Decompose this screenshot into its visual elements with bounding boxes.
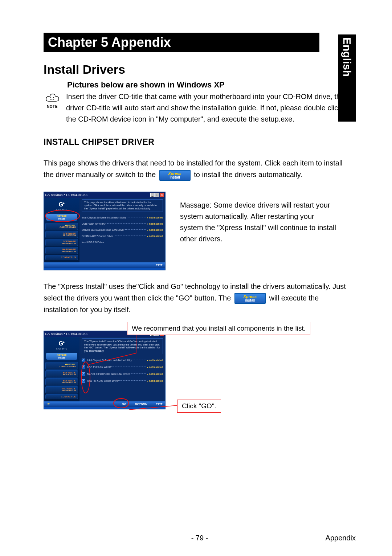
footer-section-name: Appendix: [326, 534, 356, 542]
callout-recommend: We recommend that you install all compon…: [127, 322, 310, 335]
xpress-sidebar2-l1: Xpress: [57, 353, 67, 356]
reverse-icon[interactable]: ⟲: [47, 402, 49, 406]
installer-description-2: The "Xpress Install" uses the "Click and…: [82, 338, 163, 354]
driver-row[interactable]: Intel Chipset Software Installation Util…: [82, 358, 163, 365]
checkbox-icon[interactable]: [82, 379, 85, 383]
sidebar-item[interactable]: HARDWAREINFORMATION: [45, 247, 78, 254]
driver-name: USB Patch for WinXP: [82, 222, 106, 225]
driver-status: not installed: [149, 235, 163, 237]
exit-button-2[interactable]: EXIT: [156, 402, 162, 406]
driver-row[interactable]: USB Patch for WinXP▸not installed: [82, 365, 163, 372]
window-title-1: GA-865/848P 1.0 B04.0102.1: [45, 193, 88, 197]
svg-point-0: [50, 97, 51, 98]
subheading-os: Pictures below are shown in Windows XP: [67, 80, 356, 90]
sidebar-item[interactable]: ▸INSTALLCHIPSET DRIVER: [45, 223, 78, 230]
driver-status: not installed: [149, 229, 163, 231]
exit-button-1[interactable]: EXIT: [156, 263, 162, 267]
installer-footer-strip-1: [44, 268, 165, 270]
driver-status: not installed: [149, 373, 163, 375]
sidebar-item[interactable]: SOFTWAREINFORMATION: [45, 378, 78, 385]
sidebar-item[interactable]: HARDWAREINFORMATION: [45, 386, 78, 393]
installer-bottom-bar-2: ⟲ GO RETURN EXIT: [44, 401, 165, 407]
paragraph-2: The "Xpress Install" uses the"Click and …: [44, 281, 348, 316]
xpress-sidebar-l1: Xpress: [57, 214, 67, 217]
gigabyte-logo-icon-2: G▸: [44, 338, 79, 348]
message-text: Massage: Some device drivers will restar…: [180, 200, 336, 245]
sidebar-item[interactable]: CONTACT US: [45, 394, 78, 400]
driver-row[interactable]: RealTek AC97 Codec Driver▸not installed: [82, 379, 163, 385]
arrow-icon: ▸: [147, 373, 148, 376]
window-title-2: GA-865/848P 1.0 B04.0102.1: [45, 332, 88, 336]
driver-name: Marvell 10/100/1000 Base LAN Driver: [87, 373, 130, 375]
svg-point-1: [53, 97, 54, 98]
page-number: - 79 -: [191, 534, 208, 542]
gigabyte-logo-text-2: GIGABYTE: [44, 348, 79, 350]
xpress-logo-sidebar-1: Xpress install: [46, 214, 77, 221]
paragraph-1: This page shows the drivers that need to…: [44, 157, 348, 181]
xpress-badge-line1: Xpress: [168, 171, 181, 176]
driver-status: not installed: [149, 222, 163, 225]
sidebar-item[interactable]: ▸INSTALLCHIPSET DRIVER: [45, 362, 78, 369]
driver-row[interactable]: RealTek AC97 Codec Driver▸not installed: [82, 234, 163, 240]
return-button[interactable]: RETURN: [135, 402, 147, 406]
driver-row[interactable]: Intel USB 2.0 Driver: [82, 240, 163, 246]
screenshot-1: GA-865/848P 1.0 B04.0102.1 _□× G▸ GIGABY…: [44, 192, 166, 270]
callout-click-go: Click "GO".: [177, 400, 221, 413]
driver-name: RealTek AC97 Codec Driver: [87, 380, 119, 382]
intro-paragraph: Insert the driver CD-title that came wit…: [66, 91, 349, 125]
screenshot-2: GA-865/848P 1.0 B04.0102.1 _□× G▸ GIGABY…: [44, 331, 166, 409]
window-titlebar-1: GA-865/848P 1.0 B04.0102.1 _□×: [44, 192, 165, 198]
install-chipset-heading: INSTALL CHIPSET DRIVER: [44, 137, 356, 147]
driver-row[interactable]: Intel Chipset Software Installation Util…: [82, 216, 163, 222]
page-footer: - 79 - Appendix: [44, 534, 356, 542]
sidebar-item[interactable]: SOFTWAREAPPLICATION: [45, 370, 78, 377]
arrow-icon: ▸: [147, 235, 148, 238]
installer-sidebar-1: G▸ GIGABYTE Xpress install ▸INSTALLCHIPS…: [44, 198, 79, 262]
xpress-logo-sidebar-2: Xpress install: [46, 353, 77, 360]
xpress-sidebar-l2: install: [47, 217, 76, 220]
installer-footer-strip-2: [44, 407, 165, 409]
installer-bottom-bar-1: EXIT: [44, 262, 165, 268]
driver-name: Intel Chipset Software Installation Util…: [82, 216, 126, 219]
note-label: NOTE: [47, 105, 58, 109]
sidebar-item[interactable]: SOFTWAREAPPLICATION: [45, 231, 78, 238]
driver-status: not installed: [149, 216, 163, 219]
gigabyte-logo-text: GIGABYTE: [44, 209, 79, 211]
para1-after: to install the drivers automatically.: [194, 171, 302, 179]
arrow-icon: ▸: [147, 366, 148, 369]
driver-row[interactable]: Marvell 10/100/1000 Base LAN Driver▸not …: [82, 372, 163, 379]
driver-status: not installed: [149, 359, 163, 361]
checkbox-icon[interactable]: [82, 359, 85, 362]
checkbox-icon[interactable]: [82, 365, 85, 369]
driver-status: not installed: [149, 380, 163, 382]
language-tab: English: [338, 34, 356, 122]
checkbox-icon[interactable]: [82, 372, 85, 376]
driver-status: not installed: [149, 366, 163, 368]
sidebar-item[interactable]: SOFTWAREINFORMATION: [45, 239, 78, 246]
arrow-icon: ▸: [147, 229, 148, 232]
sidebar-item[interactable]: CONTACT US: [45, 255, 78, 260]
section-heading: Install Drivers: [44, 62, 356, 77]
xpress-badge2-line2: install: [235, 299, 265, 302]
driver-row[interactable]: USB Patch for WinXP▸not installed: [82, 222, 163, 228]
xpress-sidebar2-l2: install: [47, 356, 76, 359]
arrow-icon: ▸: [147, 380, 148, 383]
installer-description-1: This page shows the drivers that need to…: [82, 199, 163, 212]
driver-name: RealTek AC97 Codec Driver: [82, 235, 113, 237]
arrow-icon: ▸: [147, 216, 148, 219]
driver-row[interactable]: Marvell 10/100/1000 Base LAN Driver▸not …: [82, 228, 163, 234]
driver-name: Marvell 10/100/1000 Base LAN Driver: [82, 229, 124, 231]
arrow-icon: ▸: [147, 222, 148, 225]
xpress-install-badge-2: Xpress install: [234, 293, 266, 304]
go-button[interactable]: GO: [122, 402, 126, 406]
arrow-icon: ▸: [147, 359, 148, 362]
driver-name: Intel Chipset Software Installation Util…: [87, 359, 132, 361]
gigabyte-logo-icon: G▸: [44, 199, 79, 209]
driver-name: USB Patch for WinXP: [87, 366, 112, 368]
chapter-title-bar: Chapter 5 Appendix: [44, 33, 319, 52]
installer-sidebar-2: G▸ GIGABYTE Xpress install ▸INSTALLCHIPS…: [44, 337, 79, 401]
note-icon: NOTE: [44, 93, 61, 109]
xpress-install-badge: Xpress install: [159, 170, 191, 181]
xpress-badge-line2: install: [160, 176, 190, 179]
window-buttons-1: _□×: [150, 193, 164, 197]
